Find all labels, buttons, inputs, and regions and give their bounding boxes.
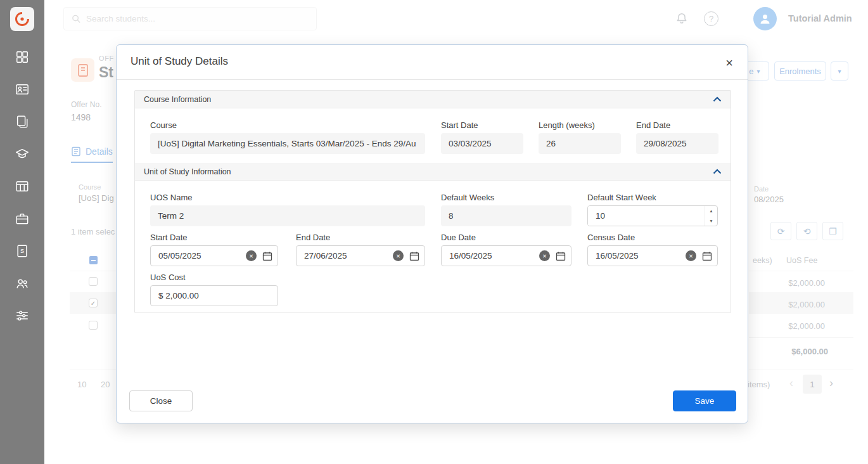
save-button[interactable]: Save (673, 390, 736, 411)
svg-text:S: S (20, 248, 24, 254)
clear-icon: ✕ (249, 253, 253, 259)
end-date-input[interactable] (297, 251, 393, 261)
calendar-icon (556, 251, 566, 261)
section-uos-information[interactable]: Unit of Study Information (135, 163, 731, 181)
course-end-date-field: End Date (636, 120, 718, 154)
clear-date-button[interactable]: ✕ (246, 250, 257, 261)
default-weeks-input[interactable] (441, 205, 571, 226)
calendar-icon (262, 251, 272, 261)
spinner-up-button[interactable]: ▲ (705, 206, 717, 216)
chevron-up-icon (713, 96, 722, 102)
section-uos-info-title: Unit of Study Information (144, 167, 231, 176)
calendar-icon (702, 251, 712, 261)
clear-icon: ✕ (396, 253, 400, 259)
calendar-button[interactable] (701, 250, 713, 262)
course-start-date-label: Start Date (441, 120, 523, 130)
students-icon (15, 82, 29, 96)
clear-icon: ✕ (542, 253, 547, 259)
modal-header: Unit of Study Details × (117, 45, 748, 80)
length-weeks-input (539, 133, 621, 154)
sidebar-item-timetables[interactable] (14, 178, 30, 195)
sidebar-item-work[interactable] (14, 210, 30, 227)
census-date-label: Census Date (587, 233, 718, 242)
start-date-picker: ✕ (150, 245, 278, 266)
spin-down-icon: ▼ (709, 219, 713, 223)
uos-form: Course Information Course Start Date Len… (134, 90, 731, 313)
uos-name-label: UOS Name (150, 193, 425, 202)
close-icon: × (725, 56, 733, 70)
modal-close-button[interactable]: × (720, 53, 739, 72)
contacts-icon (15, 276, 29, 290)
calendar-icon (409, 251, 419, 261)
sidebar-item-students[interactable] (14, 81, 30, 98)
offers-icon (15, 115, 29, 129)
start-date-field: Start Date ✕ (150, 233, 278, 266)
end-date-label: End Date (296, 233, 425, 242)
start-date-label: Start Date (150, 233, 278, 242)
invoices-icon: S (15, 244, 29, 258)
chevron-up-icon (713, 169, 722, 174)
unit-of-study-modal: Unit of Study Details × Course Informati… (116, 44, 748, 423)
census-date-input[interactable] (588, 251, 686, 261)
sidebar-item-contacts[interactable] (14, 275, 30, 292)
start-date-input[interactable] (151, 251, 246, 261)
settings-icon (15, 309, 29, 323)
course-input (150, 133, 425, 154)
spinner-down-button[interactable]: ▼ (705, 216, 717, 226)
course-field: Course (150, 120, 425, 154)
section-course-information[interactable]: Course Information (135, 91, 731, 108)
sidebar-item-invoices[interactable]: S (14, 243, 30, 259)
length-weeks-label: Length (weeks) (539, 120, 621, 130)
uos-cost-wrap (150, 285, 278, 306)
course-end-date-label: End Date (636, 120, 718, 130)
modal-title: Unit of Study Details (131, 55, 228, 68)
due-date-field: Due Date ✕ (441, 233, 571, 266)
course-end-date-input (636, 133, 718, 154)
end-date-picker: ✕ (296, 245, 425, 266)
close-button-label: Close (150, 396, 172, 406)
default-start-week-field: Default Start Week ▲ ▼ (587, 193, 718, 226)
default-start-week-label: Default Start Week (587, 193, 718, 202)
default-weeks-field: Default Weeks (441, 193, 571, 226)
app-logo[interactable] (10, 7, 34, 31)
uos-cost-field: UoS Cost (150, 273, 278, 306)
census-date-picker: ✕ (587, 245, 718, 266)
calendar-button[interactable] (262, 250, 273, 262)
due-date-input[interactable] (442, 251, 539, 261)
due-date-label: Due Date (441, 233, 571, 242)
sidebar-item-courses[interactable] (14, 146, 30, 162)
default-weeks-label: Default Weeks (441, 193, 571, 202)
clear-date-button[interactable]: ✕ (393, 250, 404, 261)
dashboard-icon (15, 50, 29, 64)
spinner-buttons: ▲ ▼ (705, 206, 717, 226)
clear-icon: ✕ (689, 253, 693, 259)
default-start-week-spinner: ▲ ▼ (587, 205, 718, 226)
uos-name-input[interactable] (150, 205, 425, 226)
briefcase-icon (15, 212, 29, 226)
uos-name-field: UOS Name (150, 193, 425, 226)
sidebar-item-dashboard[interactable] (14, 49, 30, 65)
sidebar-item-offers[interactable] (14, 113, 30, 130)
default-start-week-input[interactable] (588, 206, 705, 226)
clear-date-button[interactable]: ✕ (539, 250, 550, 261)
close-button[interactable]: Close (129, 390, 193, 411)
sidebar-item-settings[interactable] (14, 307, 30, 324)
sidebar: S (0, 0, 44, 464)
app-logo-icon (14, 11, 30, 27)
uos-cost-label: UoS Cost (150, 273, 278, 282)
end-date-field: End Date ✕ (296, 233, 425, 266)
uos-cost-input[interactable] (151, 291, 273, 300)
clear-date-button[interactable]: ✕ (686, 250, 696, 261)
sidebar-nav: S (0, 31, 44, 324)
calendar-button[interactable] (555, 250, 566, 262)
course-start-date-field: Start Date (441, 120, 523, 154)
save-button-label: Save (695, 396, 715, 406)
courses-icon (15, 147, 29, 161)
tables-icon (15, 179, 29, 193)
census-date-field: Census Date ✕ (587, 233, 718, 266)
due-date-picker: ✕ (441, 245, 571, 266)
section-course-info-title: Course Information (144, 95, 211, 104)
calendar-button[interactable] (409, 250, 420, 262)
course-start-date-input (441, 133, 523, 154)
spin-up-icon: ▲ (709, 209, 713, 213)
